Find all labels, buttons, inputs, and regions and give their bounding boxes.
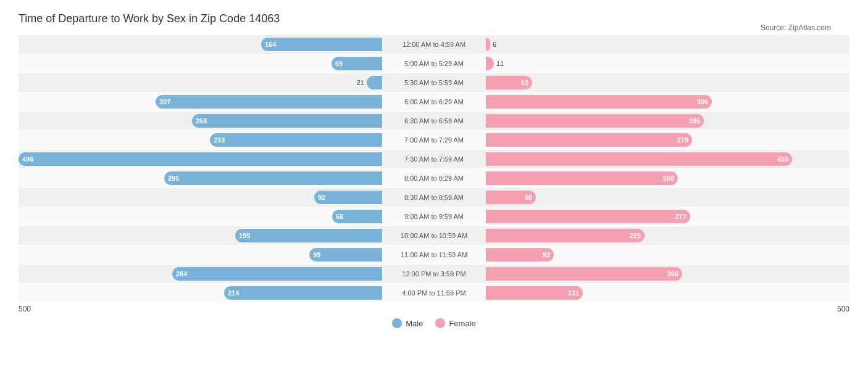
male-dot <box>392 318 402 328</box>
female-value-inside: 92 <box>543 251 550 258</box>
right-section: 11 <box>483 57 849 70</box>
female-bar: 295 <box>486 114 704 128</box>
chart-row: 928:30 AM to 8:59 AM68 <box>19 188 849 207</box>
male-value-inside: 284 <box>176 270 187 278</box>
time-label: 7:00 AM to 7:29 AM <box>385 136 483 144</box>
female-bar: 415 <box>486 152 792 166</box>
axis-left-label: 500 <box>19 305 31 313</box>
female-bar: 306 <box>486 95 712 109</box>
legend-male: Male <box>392 318 423 328</box>
female-bar: 279 <box>486 133 692 147</box>
time-label: 12:00 PM to 3:59 PM <box>385 270 483 278</box>
left-section: 69 <box>19 57 385 70</box>
time-label: 11:00 AM to 11:59 AM <box>385 251 483 258</box>
female-value-inside: 279 <box>677 136 688 144</box>
legend: Male Female <box>19 318 849 328</box>
male-value-inside: 92 <box>318 194 325 201</box>
left-section: 21 <box>19 76 385 89</box>
right-section: 260 <box>483 171 849 185</box>
female-bar: 266 <box>486 267 682 281</box>
chart-row: 19910:00 AM to 10:59 AM215 <box>19 226 849 245</box>
left-section: 92 <box>19 191 385 204</box>
right-section: 92 <box>483 248 849 262</box>
female-dot <box>435 318 445 328</box>
male-bar: 284 <box>172 267 382 281</box>
chart-row: 2144:00 PM to 11:59 PM131 <box>19 284 849 302</box>
male-value-inside: 214 <box>228 289 239 297</box>
chart-row: 2337:00 AM to 7:29 AM279 <box>19 131 849 149</box>
chart-row: 689:00 AM to 9:59 AM277 <box>19 207 849 226</box>
left-section: 233 <box>19 133 385 147</box>
right-section: 63 <box>483 76 849 89</box>
female-value-outside: 11 <box>496 60 504 67</box>
time-label: 10:00 AM to 10:59 AM <box>385 232 483 239</box>
source-label: Source: ZipAtlas.com <box>761 23 831 32</box>
left-section: 496 <box>19 152 385 166</box>
male-bar: 164 <box>261 38 382 51</box>
male-bar: 99 <box>309 248 382 262</box>
time-label: 8:30 AM to 8:59 AM <box>385 194 483 201</box>
male-value-inside: 164 <box>265 41 276 48</box>
right-section: 68 <box>483 191 849 204</box>
legend-female: Female <box>435 318 475 328</box>
male-label: Male <box>406 319 423 328</box>
male-value-inside: 307 <box>159 98 170 105</box>
female-bar: 92 <box>486 248 554 262</box>
male-value-inside: 68 <box>336 213 343 220</box>
header: Time of Departure to Work by Sex in Zip … <box>19 12 849 25</box>
female-bar: 68 <box>486 191 536 204</box>
time-label: 6:30 AM to 6:59 AM <box>385 117 483 125</box>
chart-wrapper: 16412:00 AM to 4:59 AM6695:00 AM to 5:29… <box>19 35 849 302</box>
male-bar: 295 <box>164 171 382 185</box>
time-label: 8:00 AM to 8:29 AM <box>385 175 483 182</box>
female-bar: 260 <box>486 171 678 185</box>
male-bar <box>367 76 382 89</box>
female-label: Female <box>449 319 475 328</box>
male-bar: 199 <box>235 229 382 242</box>
left-section: 214 <box>19 286 385 300</box>
female-bar <box>486 38 490 51</box>
male-bar: 214 <box>224 286 382 300</box>
female-value-inside: 63 <box>521 79 528 86</box>
male-bar: 496 <box>19 152 382 166</box>
female-value-inside: 415 <box>777 155 788 163</box>
time-label: 5:30 AM to 5:59 AM <box>385 79 483 86</box>
axis-right-label: 500 <box>837 305 849 313</box>
male-bar: 307 <box>156 95 382 109</box>
male-value-inside: 233 <box>214 136 225 144</box>
axis-labels: 500 500 <box>19 305 849 313</box>
time-label: 4:00 PM to 11:59 PM <box>385 289 483 297</box>
chart-row: 3076:00 AM to 6:29 AM306 <box>19 93 849 111</box>
female-bar: 131 <box>486 286 583 300</box>
chart-row: 28412:00 PM to 3:59 PM266 <box>19 265 849 283</box>
male-value-inside: 258 <box>196 117 207 125</box>
chart-title: Time of Departure to Work by Sex in Zip … <box>19 12 849 25</box>
chart-row: 2958:00 AM to 8:29 AM260 <box>19 169 849 188</box>
male-bar: 233 <box>210 133 382 147</box>
female-value-inside: 306 <box>697 98 708 105</box>
right-section: 131 <box>483 286 849 300</box>
left-section: 99 <box>19 248 385 262</box>
left-section: 295 <box>19 171 385 185</box>
male-value-outside: 21 <box>357 79 364 86</box>
male-value-inside: 295 <box>168 175 179 182</box>
chart-row: 695:00 AM to 5:29 AM11 <box>19 54 849 73</box>
male-value-inside: 496 <box>22 155 33 163</box>
male-value-inside: 69 <box>335 60 343 67</box>
time-label: 5:00 AM to 5:29 AM <box>385 60 483 67</box>
chart-row: 16412:00 AM to 4:59 AM6 <box>19 35 849 54</box>
time-label: 12:00 AM to 4:59 AM <box>385 41 483 48</box>
chart-row: 2586:30 AM to 6:59 AM295 <box>19 112 849 130</box>
female-value-outside: 6 <box>493 41 496 48</box>
female-value-inside: 68 <box>525 194 532 201</box>
chart-row: 4967:30 AM to 7:59 AM415 <box>19 150 849 168</box>
male-bar: 69 <box>332 57 382 70</box>
right-section: 266 <box>483 267 849 281</box>
male-value-inside: 199 <box>239 232 250 239</box>
female-value-inside: 260 <box>663 175 674 182</box>
female-bar: 63 <box>486 76 532 89</box>
female-value-inside: 277 <box>675 213 686 220</box>
male-bar: 258 <box>192 114 382 128</box>
time-label: 6:00 AM to 6:29 AM <box>385 98 483 105</box>
left-section: 284 <box>19 267 385 281</box>
